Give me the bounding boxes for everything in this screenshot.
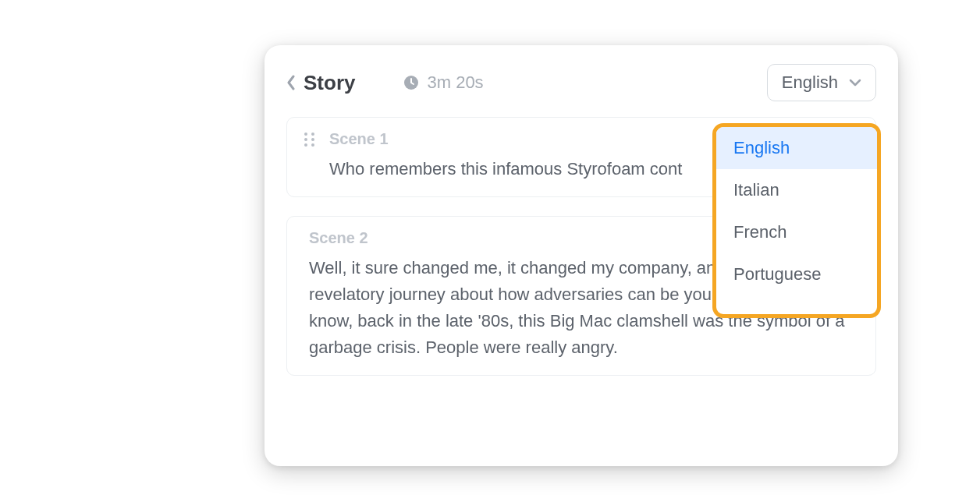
page-title: Story <box>304 71 355 95</box>
story-panel: Story 3m 20s English Scene 1 Who reme <box>265 45 898 466</box>
scene-label: Scene 1 <box>329 130 389 148</box>
clock-icon <box>403 75 419 90</box>
chevron-left-icon <box>286 75 296 90</box>
duration-text: 3m 20s <box>427 72 483 93</box>
header-left: Story 3m 20s <box>286 71 484 95</box>
chevron-down-icon <box>849 79 861 87</box>
language-select-label: English <box>782 72 838 93</box>
language-option-french[interactable]: French <box>716 211 877 253</box>
language-option-english[interactable]: English <box>716 127 877 169</box>
drag-handle-icon[interactable] <box>304 133 318 147</box>
duration: 3m 20s <box>403 72 483 93</box>
header: Story 3m 20s English <box>286 64 876 101</box>
language-option-italian[interactable]: Italian <box>716 169 877 211</box>
language-dropdown: English Italian French Portuguese <box>712 123 881 318</box>
language-option-portuguese[interactable]: Portuguese <box>716 253 877 295</box>
back-button[interactable]: Story <box>286 71 355 95</box>
language-select[interactable]: English <box>767 64 876 101</box>
